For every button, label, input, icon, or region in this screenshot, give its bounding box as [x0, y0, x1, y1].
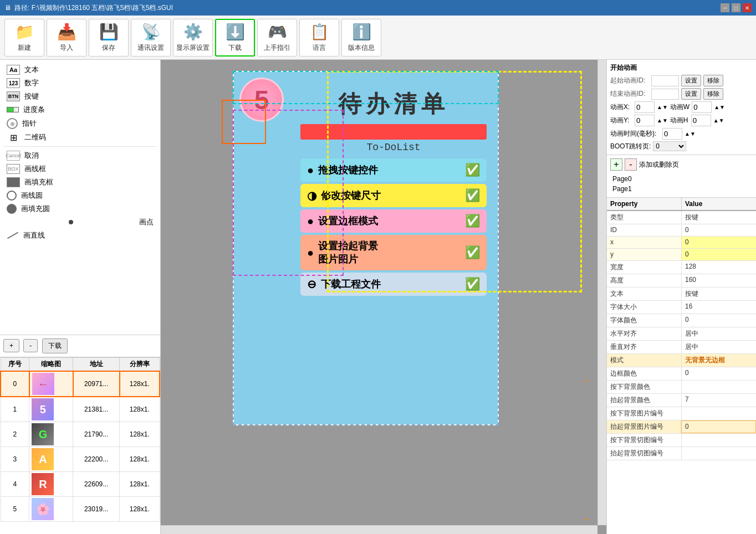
- prop-val-9: 居中: [682, 327, 756, 340]
- version-button[interactable]: ℹ️ 版本信息: [341, 19, 381, 57]
- table-row[interactable]: 0 ← 20971... 128x1.: [1, 371, 160, 397]
- main-layout: Aa 文本 123 数字 BTN 按键 进度条 ◎ 指针 ⊞ 二维码: [0, 60, 756, 534]
- property-row[interactable]: 抬起背景颜色 7: [607, 394, 756, 407]
- property-row[interactable]: 高度 160: [607, 274, 756, 287]
- pages-buttons-row: + - 添加或删除页: [610, 158, 753, 171]
- canvas-scrollbar-horizontal[interactable]: [161, 525, 597, 534]
- page-1-item[interactable]: Page1: [610, 184, 753, 194]
- prop-val-1: 0: [682, 224, 756, 236]
- property-row[interactable]: 边框颜色 0: [607, 367, 756, 381]
- page-0-item[interactable]: Page0: [610, 174, 753, 184]
- save-button[interactable]: 💾 保存: [89, 19, 129, 57]
- widget-progress[interactable]: 进度条: [3, 103, 157, 116]
- property-row[interactable]: 文本 按键: [607, 287, 756, 301]
- end-anim-remove-button[interactable]: 移除: [703, 88, 723, 100]
- widget-number[interactable]: 123 数字: [3, 76, 157, 90]
- property-row[interactable]: 按下背景颜色: [607, 381, 756, 394]
- widget-draw-rect[interactable]: BOX 画线框: [3, 162, 157, 176]
- property-row[interactable]: 字体颜色 0: [607, 314, 756, 327]
- remove-page-button[interactable]: -: [625, 158, 637, 171]
- property-row[interactable]: 类型 按键: [607, 211, 756, 224]
- canvas-area[interactable]: 5 待办清单 To-DoList ● 拖拽按键控件 ✅ ◑: [161, 60, 606, 534]
- prop-val-16: 0: [681, 420, 756, 433]
- boot-jump-label: BOOT跳转页:: [610, 142, 651, 151]
- property-row[interactable]: y 0: [607, 249, 756, 261]
- boot-jump-select[interactable]: 0: [653, 141, 686, 151]
- start-anim-set-button[interactable]: 设置: [681, 75, 701, 86]
- anim-y-input[interactable]: [635, 115, 655, 126]
- add-item-button[interactable]: +: [3, 339, 19, 352]
- new-button[interactable]: 📁 新建: [4, 19, 44, 57]
- maximize-button[interactable]: □: [732, 3, 740, 12]
- comm-label: 通讯设置: [137, 43, 164, 53]
- item-text-3: 设置边框模式: [318, 214, 378, 228]
- download-button[interactable]: ⬇️ 下载: [215, 19, 255, 57]
- draw-circle-label: 画线圆: [21, 191, 43, 201]
- prop-val-13: [682, 381, 756, 393]
- start-anim-input[interactable]: [651, 75, 679, 86]
- widget-fill-circle[interactable]: 画填充圆: [3, 202, 157, 215]
- cell-seq: 1: [1, 397, 29, 422]
- prop-val-10: 居中: [682, 341, 756, 353]
- close-button[interactable]: ✕: [743, 3, 752, 12]
- widget-draw-point[interactable]: 画点: [3, 215, 157, 229]
- widget-cancel[interactable]: Cancel 取消: [3, 149, 157, 162]
- property-row[interactable]: 水平对齐 居中: [607, 327, 756, 341]
- property-col-header: Property: [607, 198, 682, 210]
- table-row[interactable]: 5 🌸 23019... 128x1.: [1, 497, 160, 522]
- table-row[interactable]: 2 G 21790... 128x1.: [1, 422, 160, 447]
- prop-key-13: 按下背景颜色: [607, 381, 682, 393]
- widget-draw-line[interactable]: 画直线: [3, 229, 157, 242]
- qrcode-widget-label: 二维码: [24, 132, 46, 142]
- draw-rect-icon: BOX: [7, 164, 20, 174]
- end-anim-input[interactable]: [651, 89, 679, 100]
- end-anim-set-button[interactable]: 设置: [681, 88, 701, 100]
- property-row[interactable]: 垂直对齐 居中: [607, 341, 756, 354]
- anim-x-input[interactable]: [635, 101, 655, 113]
- anim-yh-row: 动画Y: ▲▼ 动画H ▲▼: [610, 115, 753, 126]
- widget-pointer[interactable]: ◎ 指针: [3, 116, 157, 131]
- widget-fill-rect[interactable]: BOX 画填充框: [3, 176, 157, 189]
- prop-val-15: [682, 407, 756, 420]
- property-row[interactable]: x 0: [607, 237, 756, 249]
- check-4: ✅: [465, 245, 480, 260]
- display-settings-button[interactable]: ⚙️ 显示屏设置: [173, 19, 213, 57]
- add-page-button[interactable]: +: [610, 158, 622, 171]
- item-text-4: 设置抬起背景图片图片: [318, 239, 378, 266]
- property-row[interactable]: 模式 无背景无边框: [607, 354, 756, 367]
- comm-icon: 📡: [141, 23, 161, 41]
- start-anim-remove-button[interactable]: 移除: [703, 75, 723, 86]
- widget-button[interactable]: BTN 按键: [3, 90, 157, 103]
- table-row[interactable]: 3 A 22200... 128x1.: [1, 447, 160, 472]
- property-row[interactable]: 按下背景切图编号: [607, 434, 756, 447]
- widget-qrcode[interactable]: ⊞ 二维码: [3, 131, 157, 144]
- cell-address: 22609...: [73, 472, 120, 497]
- minimize-button[interactable]: ─: [721, 3, 729, 12]
- property-row[interactable]: ID 0: [607, 224, 756, 237]
- property-row[interactable]: 抬起背景图片编号 0: [607, 420, 756, 434]
- property-row[interactable]: 宽度 128: [607, 261, 756, 274]
- remove-item-button[interactable]: -: [23, 339, 38, 352]
- download-list-button[interactable]: 下载: [42, 338, 68, 353]
- prop-val-4: 128: [682, 261, 756, 274]
- property-rows: 类型 按键 ID 0 x 0 y 0 宽度 128 高度 160 文本 按键 字…: [607, 211, 756, 460]
- canvas-scrollbar-vertical[interactable]: [597, 60, 606, 525]
- cell-seq: 5: [1, 497, 29, 522]
- new-label: 新建: [18, 43, 31, 53]
- guide-button[interactable]: 🎮 上手指引: [257, 19, 297, 57]
- comm-settings-button[interactable]: 📡 通讯设置: [131, 19, 171, 57]
- language-button[interactable]: 📋 语言: [299, 19, 339, 57]
- import-button[interactable]: 📥 导入: [47, 19, 86, 57]
- property-row[interactable]: 抬起背景切图编号: [607, 447, 756, 460]
- property-row[interactable]: 按下背景图片编号: [607, 407, 756, 420]
- table-row[interactable]: 1 5 21381... 128x1.: [1, 397, 160, 422]
- anim-time-input[interactable]: [662, 128, 682, 140]
- guide-icon: 🎮: [268, 23, 287, 41]
- widget-draw-circle[interactable]: 画线圆: [3, 189, 157, 202]
- anim-w-input[interactable]: [692, 101, 712, 113]
- table-row[interactable]: 4 R 22609... 128x1.: [1, 472, 160, 497]
- widget-text[interactable]: Aa 文本: [3, 63, 157, 76]
- anim-h-input[interactable]: [691, 115, 711, 126]
- prop-key-15: 按下背景图片编号: [607, 407, 682, 420]
- property-row[interactable]: 字体大小 16: [607, 301, 756, 314]
